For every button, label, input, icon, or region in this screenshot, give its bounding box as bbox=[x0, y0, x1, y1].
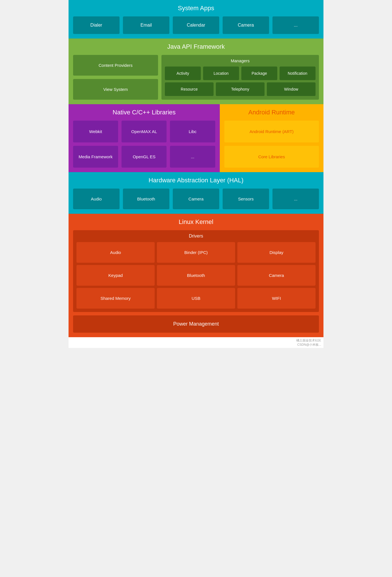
openmax-cell: OpenMAX AL bbox=[122, 121, 167, 142]
java-api-title: Java API Framework bbox=[73, 43, 319, 50]
native-layer: Native C/C++ Libraries Webkit OpenMAX AL… bbox=[69, 104, 220, 172]
driver-camera: Camera bbox=[237, 265, 316, 286]
hal-row: Audio Bluetooth Camera Sensors ... bbox=[73, 189, 319, 209]
webkit-cell: Webkit bbox=[73, 121, 118, 142]
art-cell: Android Runtime (ART) bbox=[224, 121, 319, 142]
drivers-section: Drivers Audio Binder (IPC) Display Keypa… bbox=[73, 230, 319, 312]
resource-cell: Resource bbox=[165, 82, 214, 96]
watermark-line1: 橘土掘金技术社区 bbox=[296, 339, 321, 342]
driver-binder: Binder (IPC) bbox=[157, 242, 235, 263]
driver-wifi: WIFI bbox=[237, 288, 316, 309]
native-title: Native C/C++ Libraries bbox=[73, 109, 215, 116]
watermark-line2: CSDN@小米板... bbox=[297, 343, 321, 346]
hal-camera-cell: Camera bbox=[173, 189, 219, 209]
system-apps-row: Dialer Email Calendar Camera ... bbox=[73, 16, 319, 34]
runtime-title: Android Runtime bbox=[224, 109, 319, 116]
content-providers-cell: Content Providers bbox=[73, 55, 158, 76]
driver-keypad: Keypad bbox=[76, 265, 155, 286]
media-framework-cell: Media Framework bbox=[73, 146, 118, 168]
opengl-cell: OpenGL ES bbox=[122, 146, 167, 168]
location-cell: Location bbox=[203, 67, 239, 80]
native-more-cell: ... bbox=[170, 146, 215, 168]
system-apps-title: System Apps bbox=[73, 5, 319, 12]
managers-row2: Resource Telephony Window bbox=[165, 82, 316, 96]
managers-row1: Activity Location Package Notification bbox=[165, 67, 316, 80]
native-runtime-row: Native C/C++ Libraries Webkit OpenMAX AL… bbox=[69, 104, 323, 172]
drivers-grid: Audio Binder (IPC) Display Keypad Blueto… bbox=[76, 242, 316, 309]
telephony-cell: Telephony bbox=[216, 82, 265, 96]
java-api-left: Content Providers View System bbox=[73, 55, 158, 100]
core-libraries-cell: Core Libraries bbox=[224, 146, 319, 168]
driver-audio: Audio bbox=[76, 242, 155, 263]
java-api-layer: Java API Framework Content Providers Vie… bbox=[69, 39, 323, 104]
managers-title: Managers bbox=[165, 58, 316, 63]
runtime-layer: Android Runtime Android Runtime (ART) Co… bbox=[220, 104, 323, 172]
drivers-title: Drivers bbox=[76, 234, 316, 239]
hal-bluetooth-cell: Bluetooth bbox=[123, 189, 169, 209]
hal-sensors-cell: Sensors bbox=[223, 189, 269, 209]
notification-cell: Notification bbox=[280, 67, 316, 80]
libc-cell: Libc bbox=[170, 121, 215, 142]
hal-more-cell: ... bbox=[272, 189, 319, 209]
activity-cell: Activity bbox=[165, 67, 201, 80]
calendar-cell: Calendar bbox=[173, 16, 219, 34]
power-management-label: Power Management bbox=[173, 321, 219, 327]
native-grid: Webkit OpenMAX AL Libc Media Framework O… bbox=[73, 121, 215, 168]
email-cell: Email bbox=[123, 16, 169, 34]
hal-layer: Hardware Abstraction Layer (HAL) Audio B… bbox=[69, 172, 323, 214]
window-cell: Window bbox=[267, 82, 316, 96]
driver-bluetooth: Bluetooth bbox=[157, 265, 235, 286]
android-architecture-diagram: System Apps Dialer Email Calendar Camera… bbox=[69, 0, 323, 348]
kernel-title: Linux Kernel bbox=[73, 218, 319, 226]
package-cell: Package bbox=[241, 67, 277, 80]
java-api-content: Content Providers View System Managers A… bbox=[73, 55, 319, 100]
driver-usb: USB bbox=[157, 288, 235, 309]
camera-cell: Camera bbox=[223, 16, 269, 34]
more-cell: ... bbox=[272, 16, 319, 34]
watermark: 橘土掘金技术社区 CSDN@小米板... bbox=[69, 337, 323, 348]
driver-shared-memory: Shared Memory bbox=[76, 288, 155, 309]
power-management-section: Power Management bbox=[73, 315, 319, 333]
driver-display: Display bbox=[237, 242, 316, 263]
system-apps-layer: System Apps Dialer Email Calendar Camera… bbox=[69, 0, 323, 39]
dialer-cell: Dialer bbox=[73, 16, 120, 34]
managers-section: Managers Activity Location Package Notif… bbox=[161, 55, 319, 100]
hal-title: Hardware Abstraction Layer (HAL) bbox=[73, 177, 319, 184]
hal-audio-cell: Audio bbox=[73, 189, 120, 209]
view-system-cell: View System bbox=[73, 79, 158, 100]
kernel-layer: Linux Kernel Drivers Audio Binder (IPC) … bbox=[69, 214, 323, 337]
